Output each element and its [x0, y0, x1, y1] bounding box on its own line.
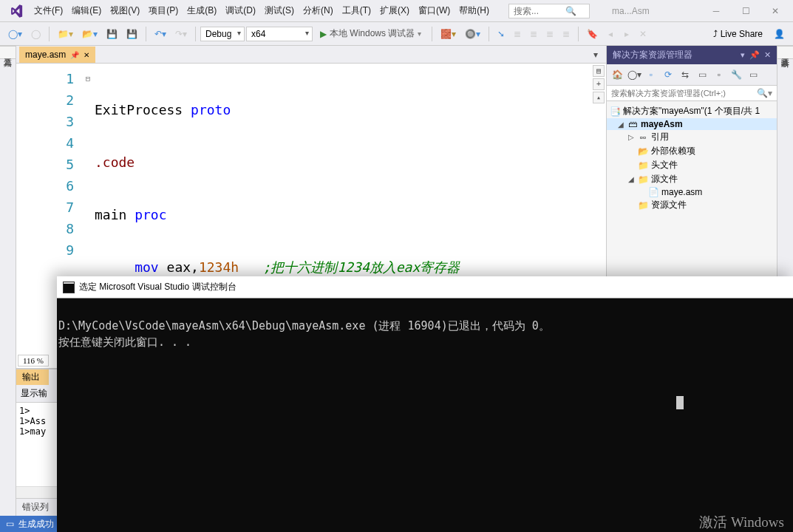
refresh-button[interactable]: ⟳ [661, 67, 675, 82]
account-button[interactable]: 👤 [770, 26, 789, 42]
editor-side-controls: ▤ + ▴ [593, 65, 605, 103]
folder-icon: 📁 [638, 200, 648, 211]
solution-icon: 📑 [610, 106, 620, 117]
diag-tools-tab[interactable]: 诊断工具 [777, 46, 793, 59]
doc-tab-label: maye.asm [25, 50, 66, 60]
live-share-label: Live Share [721, 29, 763, 39]
file-icon: 📄 [648, 187, 658, 197]
close-button[interactable]: ✕ [760, 1, 790, 21]
properties-button[interactable]: 🔧 [729, 67, 743, 82]
indent-button[interactable]: ≣ [526, 26, 541, 42]
save-button[interactable]: 💾 [103, 26, 121, 42]
panel-close-button[interactable]: ✕ [764, 50, 771, 60]
panel-pin-button[interactable]: 📌 [749, 50, 760, 60]
tab-dropdown-button[interactable]: ▾ [588, 47, 603, 63]
solution-search-input[interactable] [611, 89, 757, 98]
comment-button[interactable]: ≣ [559, 26, 574, 42]
vs-logo-icon [9, 4, 24, 18]
tree-solution-root[interactable]: 📑 解决方案"mayeAsm"(1 个项目/共 1 [607, 104, 777, 118]
refs-icon: ▫▫ [638, 132, 648, 143]
svg-rect-1 [64, 284, 74, 293]
menu-analyze[interactable]: 分析(N) [299, 1, 338, 20]
menu-project[interactable]: 项目(P) [144, 1, 183, 20]
nav-fwd-button[interactable]: ◯ [27, 26, 44, 42]
menu-file[interactable]: 文件(F) [30, 1, 67, 20]
console-titlebar[interactable]: 选定 Microsoft Visual Studio 调试控制台 [57, 276, 793, 299]
tool-btn-2[interactable]: 🔘▾ [461, 26, 484, 42]
open-button[interactable]: 📂▾ [78, 26, 101, 42]
live-share-button[interactable]: ⤴ Live Share [707, 27, 769, 41]
titlebar: 文件(F) 编辑(E) 视图(V) 项目(P) 生成(B) 调试(D) 测试(S… [0, 0, 793, 22]
home-button[interactable]: 🏠 [610, 67, 624, 82]
menu-view[interactable]: 视图(V) [106, 1, 144, 20]
menu-test[interactable]: 测试(S) [260, 1, 299, 20]
bm-next-button[interactable]: ▸ [619, 26, 634, 42]
sync-button[interactable]: ⇆ [678, 67, 692, 82]
zoom-level[interactable]: 116 % [18, 355, 49, 366]
tree-references[interactable]: ▷ ▫▫ 引用 [607, 130, 777, 144]
panel-dropdown-button[interactable]: ▾ [741, 50, 745, 60]
fold-toggle[interactable]: ⊟ [83, 68, 93, 89]
step-into-button[interactable]: ➘ [494, 26, 508, 42]
maximize-button[interactable]: ☐ [731, 1, 760, 21]
config-combo[interactable]: Debug [200, 27, 245, 41]
caret-down-icon[interactable]: ◢ [627, 175, 635, 183]
platform-combo[interactable]: x64 [246, 27, 313, 41]
folder-icon: 📂 [638, 146, 648, 157]
redo-button[interactable]: ↷▾ [171, 26, 191, 42]
menu-window[interactable]: 窗口(W) [414, 1, 455, 20]
menu-build[interactable]: 生成(B) [183, 1, 221, 20]
caret-down-icon[interactable]: ◢ [617, 120, 624, 129]
bm-clear-button[interactable]: ✕ [636, 26, 650, 42]
console-cursor [676, 396, 684, 409]
solution-title: 解决方案资源管理器 ▾ 📌 ✕ [607, 46, 777, 64]
status-label: 生成成功 [18, 518, 54, 531]
search-icon: 🔍▾ [757, 88, 772, 98]
bm-prev-button[interactable]: ◂ [603, 26, 618, 42]
bookmark-button[interactable]: 🔖 [583, 26, 602, 42]
preview-button[interactable]: ▭ [746, 67, 760, 82]
scroll-up-icon[interactable]: ▴ [593, 92, 605, 103]
show-all-button[interactable]: ▫ [712, 67, 726, 82]
doc-tab-maye[interactable]: maye.asm 📌 ✕ [19, 47, 95, 63]
status-icon: ▭ [6, 519, 14, 529]
live-share-icon: ⤴ [713, 29, 718, 39]
tree-resources[interactable]: 📁 资源文件 [607, 198, 777, 212]
solution-search[interactable]: 🔍▾ [607, 86, 777, 101]
collapse-button[interactable]: ▭ [695, 67, 709, 82]
menu-debug[interactable]: 调试(D) [221, 1, 260, 20]
undo-button[interactable]: ↶▾ [151, 26, 170, 42]
output-tab[interactable]: 输出 [16, 369, 49, 385]
menu-tools[interactable]: 工具(T) [338, 1, 375, 20]
new-project-button[interactable]: 📁▾ [54, 26, 77, 42]
menu-extensions[interactable]: 扩展(X) [375, 1, 414, 20]
tree-sources[interactable]: ◢ 📁 源文件 [607, 172, 777, 186]
tree-headers[interactable]: 📁 头文件 [607, 158, 777, 172]
title-docname: ma...Asm [605, 3, 657, 19]
save-all-button[interactable]: 💾 [123, 26, 141, 42]
pin-icon[interactable]: 📌 [70, 51, 79, 59]
start-debug-button[interactable]: ▶ 本地 Windows 调试器 ▾ [314, 26, 427, 42]
menu-edit[interactable]: 编辑(E) [67, 1, 106, 20]
title-search-input[interactable] [514, 6, 565, 16]
split-horiz-icon[interactable]: ▤ [593, 65, 605, 77]
view-combo[interactable]: ◯▾ [627, 67, 641, 82]
split-vert-icon[interactable]: + [593, 78, 605, 90]
tree-ext-deps[interactable]: 📂 外部依赖项 [607, 144, 777, 158]
tool-btn-1[interactable]: 🧱▾ [437, 26, 460, 42]
console-body[interactable]: D:\MyCode\VsCode\mayeAsm\x64\Debug\mayeA… [57, 299, 793, 532]
tree-source-file[interactable]: 📄 maye.asm [607, 186, 777, 198]
nav-back-button[interactable]: ◯▾ [4, 26, 26, 42]
caret-right-icon[interactable]: ▷ [627, 133, 635, 141]
title-search[interactable]: 🔍 [508, 4, 590, 18]
svg-rect-2 [64, 282, 74, 284]
step-over-button[interactable]: ≣ [510, 26, 525, 42]
se-btn1[interactable]: ▫ [644, 67, 658, 82]
close-icon[interactable]: ✕ [84, 51, 89, 59]
minimize-button[interactable]: ─ [701, 1, 731, 21]
tree-project[interactable]: ◢ 🗃 mayeAsm [607, 118, 777, 130]
toolbox-tab[interactable]: 工具箱 [0, 46, 16, 59]
menu-help[interactable]: 帮助(H) [455, 1, 494, 20]
outdent-button[interactable]: ≣ [542, 26, 557, 42]
debug-console-window[interactable]: 选定 Microsoft Visual Studio 调试控制台 D:\MyCo… [57, 276, 793, 532]
